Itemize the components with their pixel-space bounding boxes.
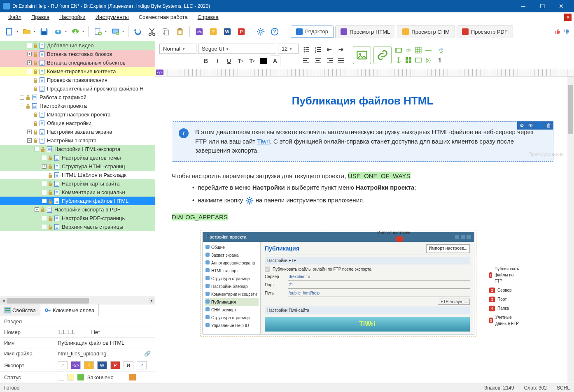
export-toggle[interactable]: ✓	[58, 361, 68, 369]
minimize-button[interactable]: ─	[514, 0, 533, 12]
tree-item[interactable]: Настройки PDF-страниць	[0, 214, 155, 223]
export-word-button[interactable]: W	[221, 26, 233, 38]
new-button[interactable]	[3, 26, 16, 38]
lang-badge[interactable]: </>	[156, 70, 163, 75]
menu-edit[interactable]: Правка	[26, 13, 54, 21]
align-left-button[interactable]	[301, 56, 312, 66]
tab-editor[interactable]: Редактор	[291, 26, 334, 38]
insert-video-button[interactable]	[394, 46, 403, 55]
insert-image-button[interactable]	[353, 46, 371, 64]
insert-hr-button[interactable]	[424, 46, 433, 55]
insert-table-button[interactable]	[414, 46, 423, 55]
export-pdf-button[interactable]: P	[235, 26, 247, 38]
tab-html-preview[interactable]: Просмотр HTML	[335, 26, 395, 38]
close-button[interactable]: ✕	[552, 0, 571, 12]
insert-grid-button[interactable]	[404, 56, 413, 65]
text-color-button[interactable]	[258, 56, 269, 66]
status-yellow[interactable]	[68, 374, 74, 380]
eye-icon[interactable]: 👁	[526, 121, 535, 130]
menu-file[interactable]: Файл	[3, 13, 26, 21]
underline-button[interactable]: U	[224, 56, 234, 66]
help-button[interactable]: ?	[268, 26, 281, 38]
thumb-down-icon[interactable]	[562, 28, 571, 35]
expand-icon[interactable]: +	[42, 164, 47, 169]
tab-keywords[interactable]: Ключевые слова	[40, 304, 99, 316]
gear-icon[interactable]: ⚙	[517, 121, 526, 130]
prop-filename-value[interactable]: html_files_uploading	[58, 350, 107, 357]
tree-item[interactable]: Предварительный просмотр файлов H	[0, 84, 155, 93]
tree-item[interactable]: +Структура HTML-страниц	[0, 162, 155, 171]
tree-item[interactable]: Комментирование контента	[0, 67, 155, 76]
export-html-button[interactable]: </>	[193, 26, 205, 38]
status-green[interactable]	[77, 374, 84, 380]
embedded-screenshot[interactable]: Импорт настроек Настройки проекта ОбщиеЗ…	[201, 230, 476, 336]
info-box[interactable]: ⚙ 👁 👤 🗑 i В этом диалоговом окне вы може…	[172, 121, 553, 162]
menu-settings[interactable]: Настройки	[54, 13, 91, 21]
close-document-button[interactable]: ✕	[564, 14, 572, 21]
tree-item[interactable]: +Работа с графикой	[0, 93, 155, 102]
caret-icon[interactable]: ▾	[16, 30, 18, 33]
tree-item[interactable]: Настройки карты сайта	[0, 179, 155, 188]
settings-button[interactable]	[254, 26, 267, 38]
tree-item[interactable]: Настройка цветов темы	[0, 153, 155, 162]
export-chm-button[interactable]: ?	[207, 26, 219, 38]
person-icon[interactable]: 👤	[535, 121, 544, 130]
subscript-button[interactable]: Tx	[235, 56, 246, 66]
tree-item[interactable]: +Вставка текстовых блоков	[0, 50, 155, 58]
spellcheck-button[interactable]: Aᵇ	[435, 46, 444, 55]
align-justify-button[interactable]	[336, 56, 346, 66]
expand-icon[interactable]: −	[35, 207, 39, 212]
italic-button[interactable]: I	[212, 56, 223, 66]
page-content[interactable]: Публикация файлов HTML ⚙ 👁 👤 🗑 i В этом …	[155, 77, 574, 383]
tree-item[interactable]: HTML Шаблон и Раскладк	[0, 171, 155, 179]
tree-item[interactable]: Комментарии и социальн	[0, 188, 155, 197]
outdent-button[interactable]: ⇤	[324, 44, 335, 55]
scroll-left-icon[interactable]: ◂	[0, 298, 6, 304]
tab-properties[interactable]: Свойства	[0, 304, 40, 316]
menu-tools[interactable]: Инструменты	[91, 13, 134, 21]
export-html-toggle[interactable]: </>	[71, 361, 81, 369]
cloud-up-button[interactable]	[52, 26, 64, 38]
indent-button[interactable]: ⇥	[336, 44, 346, 55]
tree-item[interactable]: Добавление видео	[0, 41, 155, 50]
export-run-button[interactable]: ↗	[137, 361, 147, 369]
tiwri-link[interactable]: Tiwri	[257, 138, 270, 145]
expand-icon[interactable]: −	[20, 104, 24, 108]
tree-item[interactable]: −Настройки проекта	[0, 102, 155, 110]
maximize-button[interactable]: ☐	[533, 0, 552, 12]
style-select[interactable]: Normal▾	[159, 44, 196, 54]
tree[interactable]: Добавление видео+Вставка текстовых блоко…	[0, 41, 155, 297]
trash-icon[interactable]: 🗑	[544, 121, 553, 130]
caret-icon[interactable]: ▾	[122, 30, 124, 33]
capture-button[interactable]	[109, 26, 121, 38]
bold-button[interactable]: B	[201, 56, 211, 66]
tree-item[interactable]: Публикация файлов HTML	[0, 197, 155, 205]
align-right-button[interactable]	[324, 56, 335, 66]
insert-link-button[interactable]	[373, 46, 392, 64]
tab-chm-preview[interactable]: Просмотр CHM	[397, 26, 455, 38]
insert-var-button[interactable]: {x}	[424, 56, 433, 65]
link-icon[interactable]: 🔗	[144, 350, 151, 357]
insert-frame-button[interactable]	[414, 56, 423, 65]
export-chm-toggle[interactable]: ?	[84, 361, 94, 369]
tree-item[interactable]: +Вставка специальных объектов	[0, 58, 155, 67]
size-select[interactable]: 12▾	[278, 44, 299, 54]
bullets-button[interactable]	[301, 44, 312, 55]
save-button[interactable]	[38, 26, 50, 38]
thumb-up-icon[interactable]	[553, 28, 562, 35]
bg-color-button[interactable]: A	[270, 56, 280, 66]
tree-item[interactable]: −Настройки HTML-экспорта	[0, 145, 155, 153]
menu-help[interactable]: Справка	[193, 13, 224, 21]
export-pdf-toggle[interactable]: P	[110, 361, 120, 369]
font-select[interactable]: Segoe UI▾	[198, 44, 276, 54]
expand-icon[interactable]: −	[35, 147, 39, 151]
page-vscrollbar[interactable]	[567, 77, 574, 383]
expand-icon[interactable]: −	[27, 138, 32, 143]
open-button[interactable]	[21, 26, 33, 38]
tree-item[interactable]: Верхняя часть страницы	[0, 223, 155, 231]
cloud-down-button[interactable]	[69, 26, 82, 38]
export-i-toggle[interactable]: И	[124, 361, 133, 369]
copy-button[interactable]	[160, 26, 172, 38]
superscript-button[interactable]: Tx	[247, 56, 257, 66]
status-white[interactable]	[58, 374, 64, 380]
